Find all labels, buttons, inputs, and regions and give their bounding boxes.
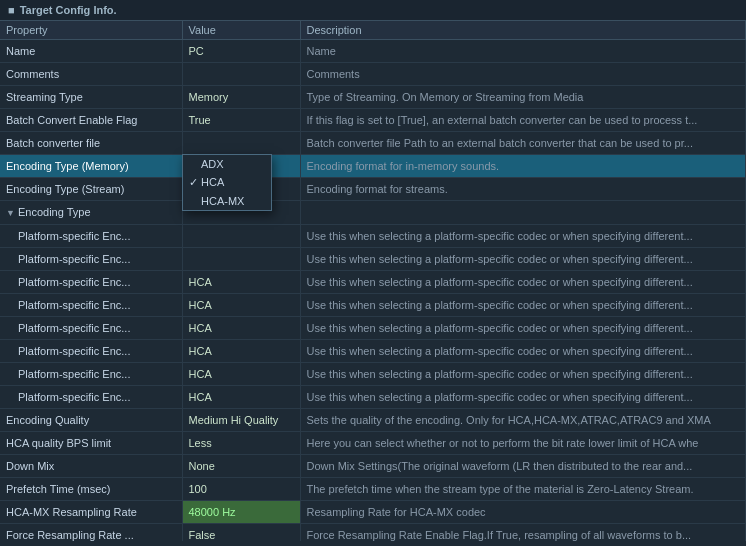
description-cell: Use this when selecting a platform-speci…: [300, 248, 746, 271]
value-cell[interactable]: 48000 Hz: [182, 501, 300, 524]
description-cell: Type of Streaming. On Memory or Streamin…: [300, 86, 746, 109]
value-cell[interactable]: PC: [182, 40, 300, 63]
title-bar: ■ Target Config Info.: [0, 0, 746, 21]
description-cell: Use this when selecting a platform-speci…: [300, 271, 746, 294]
property-cell: Batch converter file: [0, 132, 182, 155]
description-cell: The prefetch time when the stream type o…: [300, 478, 746, 501]
table-row[interactable]: Platform-specific Enc...HCAUse this when…: [0, 386, 746, 409]
table-row[interactable]: Encoding Type (Memory)HCAEncoding format…: [0, 155, 746, 178]
col-property: Property: [0, 21, 182, 40]
value-cell[interactable]: None: [182, 455, 300, 478]
description-cell: Use this when selecting a platform-speci…: [300, 363, 746, 386]
dropdown-item-hcamx[interactable]: HCA-MX: [183, 192, 271, 210]
property-cell: Name: [0, 40, 182, 63]
dropdown-item-adx[interactable]: ADX: [183, 155, 271, 173]
property-cell: Prefetch Time (msec): [0, 478, 182, 501]
table-row[interactable]: Platform-specific Enc...HCAUse this when…: [0, 317, 746, 340]
table-row[interactable]: Platform-specific Enc...HCAUse this when…: [0, 340, 746, 363]
description-cell: Sets the quality of the encoding. Only f…: [300, 409, 746, 432]
property-cell: Encoding Type (Memory): [0, 155, 182, 178]
table-row[interactable]: Platform-specific Enc...Use this when se…: [0, 225, 746, 248]
value-cell[interactable]: [182, 63, 300, 86]
col-value: Value: [182, 21, 300, 40]
table-row[interactable]: Force Resampling Rate ...FalseForce Resa…: [0, 524, 746, 542]
property-cell: ▼ Encoding Type: [0, 201, 182, 225]
description-cell: Down Mix Settings(The original waveform …: [300, 455, 746, 478]
value-cell[interactable]: HCA: [182, 363, 300, 386]
value-cell[interactable]: [182, 132, 300, 155]
property-cell: Platform-specific Enc...: [0, 248, 182, 271]
description-cell: Use this when selecting a platform-speci…: [300, 294, 746, 317]
table-row[interactable]: ▼ Encoding Type: [0, 201, 746, 225]
property-cell: HCA quality BPS limit: [0, 432, 182, 455]
property-cell: Down Mix: [0, 455, 182, 478]
table-header-row: Property Value Description: [0, 21, 746, 40]
table-row[interactable]: NamePCName: [0, 40, 746, 63]
table-row[interactable]: Platform-specific Enc...HCAUse this when…: [0, 363, 746, 386]
table-row[interactable]: HCA-MX Resampling Rate48000 HzResampling…: [0, 501, 746, 524]
table-container: Property Value Description NamePCNameCom…: [0, 21, 746, 541]
property-cell: Streaming Type: [0, 86, 182, 109]
value-cell[interactable]: HCA: [182, 340, 300, 363]
description-cell: Use this when selecting a platform-speci…: [300, 225, 746, 248]
property-cell: Platform-specific Enc...: [0, 317, 182, 340]
target-icon: ■: [8, 4, 15, 16]
description-cell: Resampling Rate for HCA-MX codec: [300, 501, 746, 524]
property-cell: Batch Convert Enable Flag: [0, 109, 182, 132]
value-cell[interactable]: Less: [182, 432, 300, 455]
property-cell: Platform-specific Enc...: [0, 225, 182, 248]
table-row[interactable]: CommentsComments: [0, 63, 746, 86]
value-cell[interactable]: [182, 248, 300, 271]
table-row[interactable]: Prefetch Time (msec)100The prefetch time…: [0, 478, 746, 501]
description-cell: If this flag is set to [True], an extern…: [300, 109, 746, 132]
value-cell[interactable]: 100: [182, 478, 300, 501]
value-cell[interactable]: HCA: [182, 317, 300, 340]
property-cell: Platform-specific Enc...: [0, 386, 182, 409]
table-row[interactable]: Down MixNoneDown Mix Settings(The origin…: [0, 455, 746, 478]
property-cell: Platform-specific Enc...: [0, 340, 182, 363]
dropdown-item-hca[interactable]: HCA: [183, 173, 271, 192]
table-row[interactable]: Encoding QualityMedium Hi QualitySets th…: [0, 409, 746, 432]
table-row[interactable]: Encoding Type (Stream)Encoding format fo…: [0, 178, 746, 201]
table-row[interactable]: Platform-specific Enc...Use this when se…: [0, 248, 746, 271]
table-row[interactable]: Platform-specific Enc...HCAUse this when…: [0, 294, 746, 317]
value-cell[interactable]: Memory: [182, 86, 300, 109]
description-cell: Comments: [300, 63, 746, 86]
description-cell: Force Resampling Rate Enable Flag.If Tru…: [300, 524, 746, 542]
value-cell[interactable]: HCA: [182, 294, 300, 317]
title-text: Target Config Info.: [20, 4, 117, 16]
property-cell: Platform-specific Enc...: [0, 363, 182, 386]
value-cell[interactable]: [182, 225, 300, 248]
description-cell: Use this when selecting a platform-speci…: [300, 317, 746, 340]
col-description: Description: [300, 21, 746, 40]
table-row[interactable]: Batch Convert Enable FlagTrueIf this fla…: [0, 109, 746, 132]
description-cell: Batch converter file Path to an external…: [300, 132, 746, 155]
table-row[interactable]: HCA quality BPS limitLessHere you can se…: [0, 432, 746, 455]
description-cell: Here you can select whether or not to pe…: [300, 432, 746, 455]
property-cell: Encoding Quality: [0, 409, 182, 432]
table-row[interactable]: Platform-specific Enc...HCAUse this when…: [0, 271, 746, 294]
property-cell: Encoding Type (Stream): [0, 178, 182, 201]
value-cell[interactable]: Medium Hi Quality: [182, 409, 300, 432]
value-cell[interactable]: HCA: [182, 386, 300, 409]
property-cell: Platform-specific Enc...: [0, 271, 182, 294]
value-cell[interactable]: True: [182, 109, 300, 132]
table-row[interactable]: Streaming TypeMemoryType of Streaming. O…: [0, 86, 746, 109]
description-cell: Use this when selecting a platform-speci…: [300, 340, 746, 363]
property-cell: Comments: [0, 63, 182, 86]
encoding-type-dropdown[interactable]: ADXHCAHCA-MX: [182, 154, 272, 211]
description-cell: Encoding format for streams.: [300, 178, 746, 201]
property-cell: HCA-MX Resampling Rate: [0, 501, 182, 524]
description-cell: Encoding format for in-memory sounds.: [300, 155, 746, 178]
property-cell: Platform-specific Enc...: [0, 294, 182, 317]
description-cell: [300, 201, 746, 225]
description-cell: Use this when selecting a platform-speci…: [300, 386, 746, 409]
description-cell: Name: [300, 40, 746, 63]
property-table: Property Value Description NamePCNameCom…: [0, 21, 746, 541]
value-cell[interactable]: False: [182, 524, 300, 542]
property-cell: Force Resampling Rate ...: [0, 524, 182, 542]
table-row[interactable]: Batch converter fileBatch converter file…: [0, 132, 746, 155]
value-cell[interactable]: HCA: [182, 271, 300, 294]
